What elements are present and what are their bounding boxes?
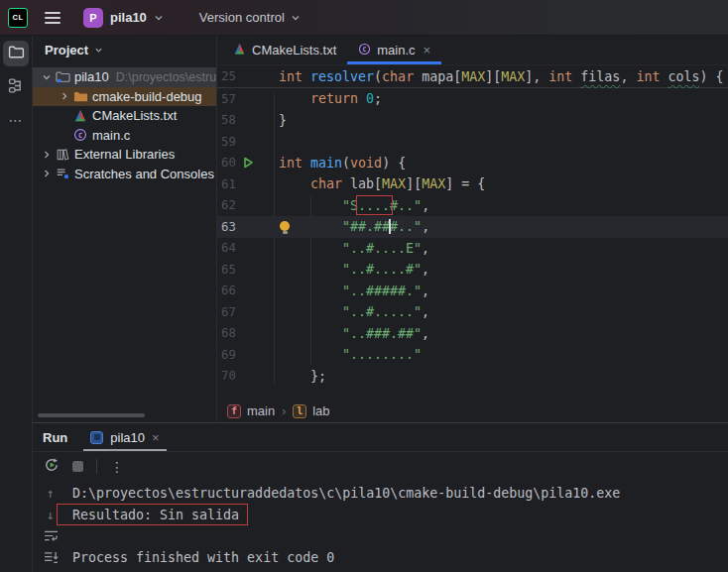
chevron-down-icon	[154, 13, 164, 23]
chevron-right-icon[interactable]	[41, 150, 53, 160]
breadcrumb-lab[interactable]: l lab	[293, 403, 329, 418]
rerun-button[interactable]	[44, 457, 60, 476]
code-line-61[interactable]: 61 char lab[MAX][MAX] = {	[217, 173, 728, 195]
close-icon[interactable]: ×	[424, 43, 431, 57]
annotation-box: ....	[358, 198, 390, 213]
chevron-right-icon[interactable]	[41, 169, 53, 178]
version-control-widget[interactable]: Version control	[199, 10, 301, 25]
tree-item-label: pila10	[74, 69, 109, 84]
folder-icon	[8, 44, 25, 63]
console-gutter: ↑ ↓	[33, 483, 68, 568]
code-line-63[interactable]: 63 "##.###..",	[217, 216, 728, 238]
code-line-58[interactable]: 58}	[217, 110, 728, 132]
editor-column: CMakeLists.txt C main.c × 25int resolver…	[217, 36, 728, 422]
chevron-right-icon[interactable]	[59, 91, 70, 101]
run-toolbar: ⋮	[33, 452, 728, 481]
console-line: Resultado: Sin salida	[72, 505, 728, 526]
code-editor[interactable]: 25int resolver(char mapa[MAX][MAX], int …	[217, 65, 728, 400]
code-line-70[interactable]: 70 };	[217, 366, 728, 388]
code-text: "..###.##",	[259, 326, 429, 341]
more-tool-windows-button[interactable]: ⋯	[9, 112, 24, 128]
project-tool-button[interactable]	[3, 41, 29, 66]
tab-main-c[interactable]: C main.c ×	[347, 36, 441, 64]
line-number: 67	[217, 305, 237, 319]
scroll-to-end-button[interactable]	[33, 547, 68, 569]
run-console: ↑ ↓ D:\proyectos\estructuraddedatos\c\pi…	[33, 481, 728, 571]
tree-item-label: Scratches and Consoles	[74, 167, 214, 181]
code-text: "..#....#",	[259, 262, 429, 277]
c-file-icon: C	[72, 128, 88, 142]
project-panel-header[interactable]: Project	[33, 36, 216, 63]
prev-occurrence-button[interactable]: ↑	[33, 483, 68, 505]
code-line-60[interactable]: 60int main(void) {	[217, 153, 728, 174]
text-caret	[389, 219, 391, 234]
project-tree: pila10D:\proyectos\estructcmake-build-de…	[33, 67, 216, 183]
next-occurrence-button[interactable]: ↓	[33, 505, 68, 526]
tree-item-cmakelists-txt[interactable]: CMakeLists.txt	[33, 106, 216, 126]
run-gutter-icon[interactable]	[237, 157, 259, 169]
application-icon	[90, 431, 103, 444]
toolbar-separator	[96, 459, 97, 474]
code-text: "..#.....",	[259, 304, 429, 319]
tree-item-cmake-build-debug[interactable]: cmake-build-debug	[33, 87, 216, 107]
structure-icon	[8, 77, 25, 97]
tab-label: main.c	[377, 43, 415, 57]
scratches-icon	[55, 167, 70, 180]
console-output: D:\proyectos\estructuraddedatos\c\pila10…	[72, 481, 728, 568]
code-line-65[interactable]: 65 "..#....#",	[217, 259, 728, 281]
tree-item-label: main.c	[92, 128, 130, 143]
structure-tool-button[interactable]	[3, 74, 29, 100]
line-number: 63	[217, 220, 237, 234]
titlebar: CL P pila10 Version control	[0, 0, 728, 36]
project-widget[interactable]: P pila10	[77, 5, 170, 31]
stop-button[interactable]	[72, 461, 83, 472]
chevron-down-icon	[94, 46, 103, 55]
code-text: "S....#..",	[259, 198, 429, 213]
function-icon: f	[227, 404, 241, 418]
console-line: D:\proyectos\estructuraddedatos\c\pila10…	[72, 483, 728, 505]
code-line-67[interactable]: 67 "..#.....",	[217, 301, 728, 323]
tree-item-scratches-and-consoles[interactable]: Scratches and Consoles	[33, 165, 216, 184]
soft-wrap-button[interactable]	[33, 525, 68, 547]
breadcrumb-label: lab	[312, 403, 329, 418]
code-line-68[interactable]: 68 "..###.##",	[217, 323, 728, 345]
more-options-button[interactable]: ⋮	[110, 459, 124, 475]
intention-bulb-icon[interactable]	[280, 221, 290, 231]
line-number: 60	[217, 156, 237, 170]
line-number: 62	[217, 198, 237, 212]
close-icon[interactable]: ×	[152, 430, 160, 445]
editor-tabbar: CMakeLists.txt C main.c ×	[217, 36, 728, 65]
code-line-62[interactable]: 62 "S....#..",	[217, 195, 728, 217]
breadcrumbs: f main › l lab	[217, 400, 728, 422]
code-line-25[interactable]: 25int resolver(char mapa[MAX][MAX], int …	[217, 65, 728, 88]
run-panel: Run pila10 × ⋮ ↑ ↓	[33, 422, 728, 571]
svg-text:C: C	[363, 45, 367, 53]
main-area: ⋯ Project pila10D:\proyectos\estructcmak…	[0, 36, 728, 572]
run-tab-pila10[interactable]: pila10 ×	[81, 423, 168, 451]
run-panel-header: Run pila10 ×	[33, 423, 728, 452]
chevron-down-icon[interactable]	[41, 72, 53, 82]
code-line-64[interactable]: 64 "..#....E",	[217, 238, 728, 260]
breadcrumb-main[interactable]: f main	[227, 403, 275, 418]
run-panel-title: Run	[33, 423, 81, 451]
line-number: 57	[217, 92, 237, 106]
tree-item-main-c[interactable]: Cmain.c	[33, 126, 216, 146]
tree-item-external-libraries[interactable]: External Libraries	[33, 145, 216, 165]
code-text: };	[259, 369, 326, 384]
code-line-59[interactable]: 59	[217, 131, 728, 153]
content-column: Project pila10D:\proyectos\estructcmake-…	[33, 36, 728, 572]
horizontal-scrollbar[interactable]	[38, 413, 145, 417]
line-number: 59	[217, 135, 237, 149]
tree-item-label: External Libraries	[74, 147, 175, 162]
tree-item-label: cmake-build-debug	[92, 89, 202, 104]
code-line-57[interactable]: 57 return 0;	[217, 88, 728, 110]
tree-item-pila10[interactable]: pila10D:\proyectos\estruct	[33, 67, 216, 87]
code-line-69[interactable]: 69 "........"	[217, 344, 728, 366]
project-folder-icon	[55, 69, 70, 84]
tree-item-label: CMakeLists.txt	[92, 108, 177, 123]
tab-cmakelists[interactable]: CMakeLists.txt	[222, 36, 347, 64]
code-text: "........"	[259, 347, 422, 362]
line-number: 61	[217, 177, 237, 191]
main-menu-button[interactable]	[45, 12, 61, 24]
code-line-66[interactable]: 66 "..#####.",	[217, 281, 728, 302]
